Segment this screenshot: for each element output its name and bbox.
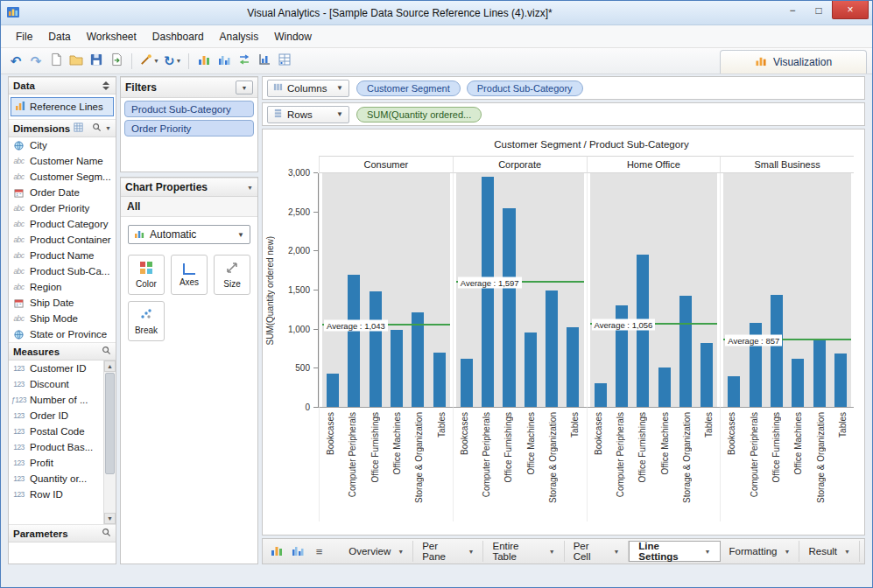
bar-corporate-office-furnishings[interactable] [503,208,515,407]
menu-data[interactable]: Data [40,27,78,46]
search-icon[interactable] [102,346,111,357]
measure-customer-id[interactable]: 123Customer ID [9,360,103,376]
tab-overview[interactable]: Overview▼ [340,541,413,562]
tab-line-settings[interactable]: Line Settings▼ [629,541,720,562]
grouped-chart-button[interactable] [215,51,234,72]
menu-worksheet[interactable]: Worksheet [79,27,144,46]
filter-pill-order-priority[interactable]: Order Priority [124,120,254,136]
dimension-region[interactable]: abcRegion [9,279,116,295]
bar-corporate-bookcases[interactable] [461,359,473,407]
dimension-product-name[interactable]: abcProduct Name [9,248,116,263]
undo-button[interactable]: ↶ [6,51,25,72]
dimensions-header[interactable]: Dimensions ▼ [9,119,116,137]
compare-view-button[interactable] [288,542,306,561]
bar-consumer-tables[interactable] [433,353,446,407]
redo-button[interactable]: ↷ [26,51,46,72]
rows-shelf-dropdown[interactable]: Rows ▼ [267,106,349,123]
columns-shelf-dropdown[interactable]: Columns ▼ [267,80,349,97]
title-bar[interactable]: Visual Analytics - [Sample Data Source R… [1,1,872,25]
bar-home-office-bookcases[interactable] [595,383,607,407]
menu-analysis[interactable]: Analysis [212,27,267,46]
bar-consumer-office-furnishings[interactable] [370,291,382,407]
bar-home-office-tables[interactable] [701,343,713,407]
dimension-product-sub-ca[interactable]: abcProduct Sub-Ca... [9,263,116,279]
dimension-ship-date[interactable]: Ship Date [9,295,116,311]
measure-order-id[interactable]: 123Order ID [9,408,103,424]
chart-properties-header[interactable]: Chart Properties ▼ [121,178,257,197]
sidebar-item-reference-lines[interactable]: Reference Lines [11,97,114,116]
summary-grid-button[interactable] [275,51,294,72]
filters-header[interactable]: Filters ▼ [121,77,257,98]
axis-settings-button[interactable] [255,51,274,72]
measure-row-id[interactable]: 123Row ID [9,486,103,502]
tab-visualization[interactable]: Visualization [720,50,867,74]
bar-small-business-tables[interactable] [834,354,847,407]
dimension-ship-mode[interactable]: abcShip Mode [9,311,116,326]
chart-type-select[interactable]: Automatic ▼ [128,225,250,244]
bar-small-business-office-furnishings[interactable] [771,295,783,407]
measure-postal-code[interactable]: 123Postal Code [9,424,103,439]
refresh-button[interactable]: ↻ ▼ [162,51,184,72]
data-panel-header[interactable]: Data [9,77,116,94]
wizard-button[interactable]: ▼ [137,51,161,72]
save-button[interactable] [87,51,106,72]
scrollbar-thumb[interactable] [105,373,115,474]
export-button[interactable] [107,51,126,72]
pill-customer-segment[interactable]: Customer Segment [356,80,461,96]
open-button[interactable] [67,51,86,72]
scroll-down-icon[interactable]: ▼ [104,513,116,524]
menu-dashboard[interactable]: Dashboard [144,27,212,46]
maximize-button[interactable]: □ [806,1,832,19]
collapse-expand-icon[interactable] [102,81,109,90]
filters-dropdown-button[interactable]: ▼ [236,80,253,94]
scroll-up-icon[interactable]: ▲ [104,360,116,372]
insert-chart-button[interactable] [194,51,214,72]
size-button[interactable]: Size [214,255,250,295]
dimension-order-date[interactable]: Order Date [9,185,116,200]
dimension-product-category[interactable]: abcProduct Category [9,216,116,232]
chart-canvas[interactable]: Customer Segment / Product Sub-Category … [262,129,865,536]
chart-view-button[interactable] [267,542,285,561]
measure-profit[interactable]: 123Profit [9,455,103,471]
chevron-down-icon[interactable]: ▼ [105,125,111,131]
minimize-button[interactable]: − [779,1,806,19]
bar-home-office-office-machines[interactable] [658,368,671,407]
dimension-customer-segm[interactable]: abcCustomer Segm... [9,169,116,185]
measure-product-bas[interactable]: 123Product Bas... [9,439,103,455]
dimension-city[interactable]: City [9,137,116,153]
chevron-down-icon[interactable]: ▼ [247,185,253,191]
close-button[interactable]: × [832,1,869,19]
swap-axes-button[interactable] [235,51,254,72]
bar-consumer-computer-peripherals[interactable] [348,275,360,407]
new-report-button[interactable] [46,51,66,72]
bar-small-business-bookcases[interactable] [728,376,740,407]
measure-quantity-or[interactable]: 123Quantity or... [9,471,103,486]
measure-discount[interactable]: 123Discount [9,376,103,392]
bar-consumer-bookcases[interactable] [327,374,339,407]
bar-home-office-office-furnishings[interactable] [637,255,649,407]
scrollbar-track[interactable] [104,372,116,513]
parameters-header[interactable]: Parameters [9,524,116,542]
measures-scrollbar[interactable]: ▲ ▼ [103,360,116,524]
filter-pill-product-sub-category[interactable]: Product Sub-Category [124,101,254,117]
bar-corporate-office-machines[interactable] [525,332,537,407]
bar-home-office-storage-organization[interactable] [679,296,692,407]
tab-per-cell[interactable]: Per Cell▼ [565,541,630,562]
bar-consumer-storage-organization[interactable] [412,312,424,407]
bar-corporate-tables[interactable] [567,327,579,407]
measure-number-of[interactable]: ƒ123Number of ... [9,392,103,408]
bar-small-business-storage-organization[interactable] [813,340,826,407]
break-button[interactable]: Break [128,301,165,341]
list-view-button[interactable]: ≡ [310,542,328,561]
bar-corporate-storage-organization[interactable] [546,290,558,408]
tab-formatting[interactable]: Formatting▼ [721,541,800,562]
color-button[interactable]: Color [128,255,165,295]
pill-product-sub-category[interactable]: Product Sub-Category [467,80,583,96]
bar-small-business-office-machines[interactable] [792,359,804,407]
menu-window[interactable]: Window [266,27,320,46]
bar-corporate-computer-peripherals[interactable] [482,177,494,407]
tab-entire-table[interactable]: Entire Table▼ [483,541,564,562]
dimension-customer-name[interactable]: abcCustomer Name [9,153,116,169]
search-icon[interactable] [92,122,102,134]
dimension-order-priority[interactable]: abcOrder Priority [9,200,116,216]
